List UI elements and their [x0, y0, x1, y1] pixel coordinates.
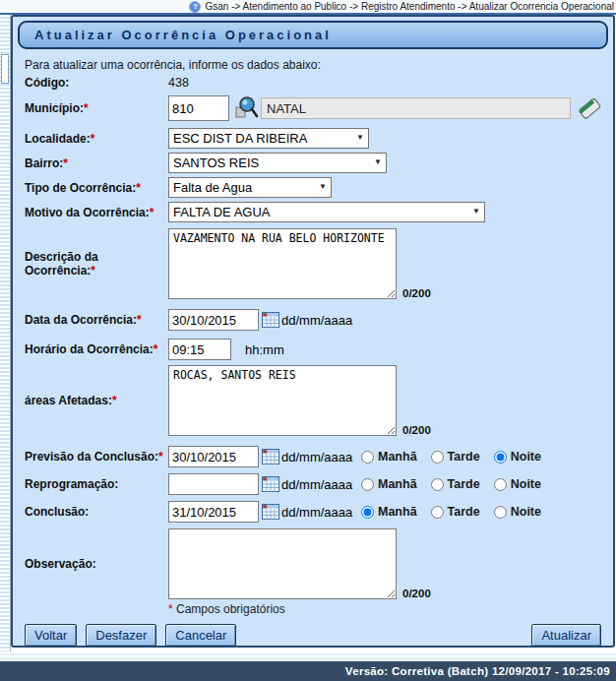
codigo-row: Código: 438	[25, 76, 601, 90]
required-asterisk: *	[137, 313, 142, 327]
voltar-button[interactable]: Voltar	[25, 624, 77, 647]
conclusao-row: Conclusão: dd/mm/aaaa Manhã Tarde Noite	[25, 501, 601, 523]
data-ocorrencia-calendar-button[interactable]	[262, 312, 279, 328]
reprogramacao-calendar-button[interactable]	[262, 476, 279, 492]
required-asterisk: *	[63, 156, 68, 170]
radio-noite[interactable]	[494, 478, 507, 491]
conclusao-date-input[interactable]	[168, 501, 259, 523]
date-format-hint: dd/mm/aaaa	[281, 313, 352, 328]
municipio-row: Município:* NATAL	[25, 95, 601, 121]
calendar-icon	[262, 449, 279, 464]
intro-text: Para atualizar uma ocorrência, informe o…	[25, 58, 601, 72]
required-asterisk: *	[91, 264, 95, 278]
municipio-clear-button[interactable]	[579, 96, 601, 120]
previsao-date-input[interactable]	[168, 446, 259, 467]
radio-manha[interactable]	[361, 451, 374, 464]
municipio-code-input[interactable]	[168, 95, 229, 121]
previsao-label: Previsão da Conclusão:*	[25, 450, 168, 464]
tipo-ocorrencia-label: Tipo de Ocorrência:*	[25, 181, 168, 195]
reprogramacao-label: Reprogramação:	[25, 477, 168, 491]
descricao-char-counter: 0/200	[402, 287, 431, 299]
bairro-label: Bairro:*	[25, 156, 168, 170]
radio-option-noite[interactable]: Noite	[494, 505, 541, 519]
radio-option-noite[interactable]: Noite	[494, 477, 541, 491]
required-asterisk: *	[112, 394, 117, 407]
atualizar-button[interactable]: Atualizar	[531, 624, 601, 647]
horario-input[interactable]	[168, 339, 231, 360]
tipo-ocorrencia-select[interactable]: Falta de Agua	[168, 177, 332, 198]
radio-tarde[interactable]	[431, 478, 444, 491]
observacao-row: Observação: 0/200	[25, 528, 601, 599]
previsao-row: Previsão da Conclusão:* dd/mm/aaaa Manhã…	[25, 446, 601, 467]
horario-label: Horário da Ocorrência:*	[25, 342, 168, 356]
radio-option-tarde[interactable]: Tarde	[431, 477, 480, 491]
frame-divider-handle[interactable]	[1, 54, 9, 84]
frame-divider[interactable]	[0, 15, 11, 651]
conclusao-period-group: Manhã Tarde Noite	[347, 505, 541, 519]
radio-noite[interactable]	[494, 506, 507, 519]
radio-option-noite[interactable]: Noite	[494, 450, 541, 464]
radio-manha[interactable]	[361, 478, 374, 491]
motivo-ocorrencia-row: Motivo da Ocorrência:* FALTA DE AGUA ▼	[25, 202, 601, 222]
radio-tarde[interactable]	[431, 451, 444, 464]
main-panel: Atualizar Ocorrência Operacional Para at…	[11, 15, 615, 648]
breadcrumb-bar: ? Gsan -> Atendimento ao Publico -> Regi…	[0, 0, 616, 15]
page-title: Atualizar Ocorrência Operacional	[18, 21, 608, 49]
motivo-ocorrencia-select[interactable]: FALTA DE AGUA	[168, 202, 485, 222]
action-buttons-row: Voltar Desfazer Cancelar Atualizar	[25, 624, 601, 647]
version-text: Versão: Corretiva (Batch) 12/09/2017 - 1…	[345, 665, 610, 677]
required-asterisk: *	[91, 132, 95, 146]
municipio-name-field: NATAL	[261, 97, 571, 119]
eraser-icon	[579, 96, 601, 120]
radio-tarde[interactable]	[431, 506, 444, 519]
municipio-label: Município:*	[25, 101, 168, 115]
required-note: * Campos obrigatórios	[168, 602, 285, 616]
horario-row: Horário da Ocorrência:* hh:mm	[25, 339, 601, 360]
radio-option-manha[interactable]: Manhã	[361, 477, 417, 491]
descricao-textarea[interactable]: VAZAMENTO NA RUA BELO HORIZONTE	[168, 228, 397, 299]
conclusao-label: Conclusão:	[25, 505, 168, 519]
observacao-textarea[interactable]	[168, 528, 397, 599]
cancelar-button[interactable]: Cancelar	[165, 624, 236, 647]
codigo-value: 438	[168, 76, 189, 90]
required-asterisk: *	[136, 181, 141, 195]
footer-bar: Versão: Corretiva (Batch) 12/09/2017 - 1…	[0, 661, 616, 681]
localidade-select[interactable]: ESC DIST DA RIBEIRA	[168, 128, 369, 149]
reprogramacao-date-input[interactable]	[168, 473, 259, 495]
breadcrumb: Gsan -> Atendimento ao Publico -> Regist…	[205, 1, 614, 12]
previsao-period-group: Manhã Tarde Noite	[347, 450, 541, 464]
tipo-ocorrencia-row: Tipo de Ocorrência:* Falta de Agua ▼	[25, 177, 601, 198]
magnifier-icon	[233, 95, 259, 121]
data-ocorrencia-input[interactable]	[168, 309, 259, 331]
required-asterisk: *	[158, 450, 163, 464]
radio-option-tarde[interactable]: Tarde	[431, 450, 480, 464]
localidade-row: Localidade:* ESC DIST DA RIBEIRA ▼	[25, 128, 601, 149]
calendar-icon	[262, 504, 279, 520]
areas-afetadas-label: áreas Afetadas:*	[25, 394, 168, 407]
conclusao-calendar-button[interactable]	[262, 504, 279, 520]
radio-option-tarde[interactable]: Tarde	[431, 505, 480, 519]
radio-option-manha[interactable]: Manhã	[361, 505, 417, 519]
bairro-select[interactable]: SANTOS REIS	[168, 153, 387, 173]
occurrence-form: Para atualizar uma ocorrência, informe o…	[17, 53, 609, 650]
radio-manha[interactable]	[361, 506, 374, 519]
bairro-row: Bairro:* SANTOS REIS ▼	[25, 153, 601, 173]
descricao-label: Descrição da Ocorrência:*	[25, 250, 168, 279]
time-format-hint: hh:mm	[245, 342, 284, 357]
date-format-hint: dd/mm/aaaa	[281, 450, 352, 464]
desfazer-button[interactable]: Desfazer	[86, 624, 156, 647]
reprogramacao-row: Reprogramação: dd/mm/aaaa Manhã Tarde No…	[25, 473, 601, 495]
help-icon[interactable]: ?	[189, 1, 201, 13]
areas-afetadas-textarea[interactable]: ROCAS, SANTOS REIS	[168, 365, 397, 436]
calendar-icon	[262, 476, 279, 492]
reprogramacao-period-group: Manhã Tarde Noite	[347, 477, 541, 491]
descricao-row: Descrição da Ocorrência:* VAZAMENTO NA R…	[25, 228, 601, 299]
required-asterisk: *	[84, 101, 89, 115]
areas-char-counter: 0/200	[402, 424, 431, 436]
data-ocorrencia-label: Data da Ocorrência:*	[25, 313, 168, 327]
data-ocorrencia-row: Data da Ocorrência:* dd/mm/aaaa	[25, 309, 601, 331]
radio-noite[interactable]	[494, 451, 507, 464]
municipio-search-button[interactable]	[233, 95, 259, 121]
previsao-calendar-button[interactable]	[262, 449, 279, 464]
radio-option-manha[interactable]: Manhã	[361, 450, 417, 464]
